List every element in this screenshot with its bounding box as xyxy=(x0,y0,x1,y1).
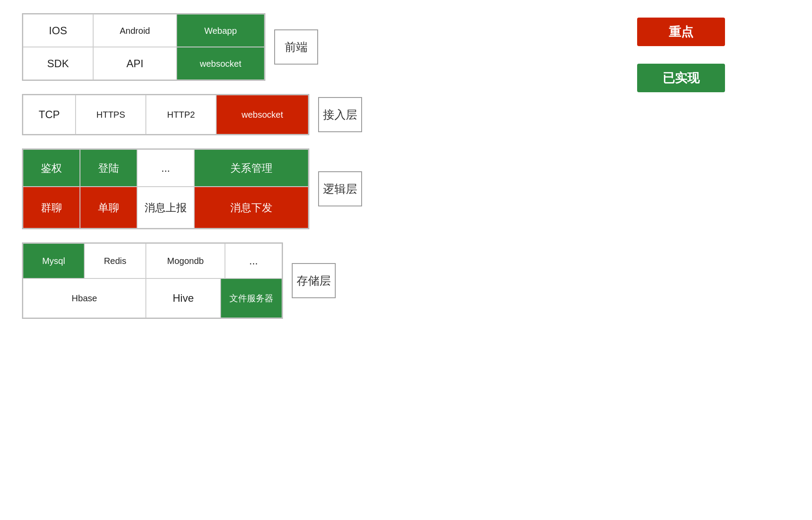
architecture-diagram: IOSAndroidWebappSDKAPIwebsocket前端TCPHTTP… xyxy=(22,13,362,319)
row-storage-0: MysqlRedisMogondb... xyxy=(23,243,282,278)
cell-logic-0-3: 关系管理 xyxy=(194,149,308,187)
layer-frontend: IOSAndroidWebappSDKAPIwebsocket前端 xyxy=(22,13,362,81)
legend-implemented-label: 已实现 xyxy=(663,70,700,87)
layer-storage: MysqlRedisMogondb...HbaseHive文件服务器存储层 xyxy=(22,242,362,319)
cell-storage-1-1: Hive xyxy=(146,278,221,318)
cell-storage-0-3: ... xyxy=(225,243,282,278)
layer-logic: 鉴权登陆...关系管理群聊单聊消息上报消息下发逻辑层 xyxy=(22,148,362,229)
row-logic-1: 群聊单聊消息上报消息下发 xyxy=(23,187,308,228)
cell-logic-1-3: 消息下发 xyxy=(194,187,308,228)
cell-storage-0-2: Mogondb xyxy=(146,243,225,278)
row-frontend-1: SDKAPIwebsocket xyxy=(23,47,265,80)
cell-frontend-0-1: Android xyxy=(93,14,177,47)
legend-implemented: 已实现 xyxy=(637,64,725,92)
legend-important-label: 重点 xyxy=(669,24,693,40)
layer-label-access: 接入层 xyxy=(318,97,362,132)
grid-storage: MysqlRedisMogondb...HbaseHive文件服务器 xyxy=(22,242,283,319)
legend-important: 重点 xyxy=(637,18,725,46)
cell-logic-1-1: 单聊 xyxy=(80,187,137,228)
cell-logic-1-2: 消息上报 xyxy=(137,187,194,228)
cell-storage-0-0: Mysql xyxy=(23,243,84,278)
layer-label-storage: 存储层 xyxy=(292,263,336,298)
cell-access-0-0: TCP xyxy=(23,95,76,134)
cell-access-0-2: HTTP2 xyxy=(146,95,216,134)
cell-access-0-3: websocket xyxy=(216,95,308,134)
grid-frontend: IOSAndroidWebappSDKAPIwebsocket xyxy=(22,13,265,81)
cell-storage-1-2: 文件服务器 xyxy=(221,278,282,318)
cell-access-0-1: HTTPS xyxy=(76,95,146,134)
cell-storage-1-0: Hbase xyxy=(23,278,146,318)
grid-logic: 鉴权登陆...关系管理群聊单聊消息上报消息下发 xyxy=(22,148,309,229)
cell-frontend-0-2: Webapp xyxy=(177,14,265,47)
cell-logic-0-2: ... xyxy=(137,149,194,187)
cell-logic-1-0: 群聊 xyxy=(23,187,80,228)
layer-label-logic: 逻辑层 xyxy=(318,171,362,206)
legend-section: 重点 已实现 xyxy=(637,18,725,92)
legend-important-box: 重点 xyxy=(637,18,725,46)
cell-frontend-0-0: IOS xyxy=(23,14,93,47)
row-access-0: TCPHTTPSHTTP2websocket xyxy=(23,95,308,134)
cell-frontend-1-1: API xyxy=(93,47,177,80)
cell-frontend-1-0: SDK xyxy=(23,47,93,80)
cell-storage-0-1: Redis xyxy=(84,243,146,278)
layer-label-frontend: 前端 xyxy=(274,29,318,65)
cell-logic-0-1: 登陆 xyxy=(80,149,137,187)
row-logic-0: 鉴权登陆...关系管理 xyxy=(23,149,308,187)
layer-access: TCPHTTPSHTTP2websocket接入层 xyxy=(22,94,362,135)
cell-logic-0-0: 鉴权 xyxy=(23,149,80,187)
grid-access: TCPHTTPSHTTP2websocket xyxy=(22,94,309,135)
row-frontend-0: IOSAndroidWebapp xyxy=(23,14,265,47)
row-storage-1: HbaseHive文件服务器 xyxy=(23,278,282,318)
cell-frontend-1-2: websocket xyxy=(177,47,265,80)
legend-implemented-box: 已实现 xyxy=(637,64,725,92)
